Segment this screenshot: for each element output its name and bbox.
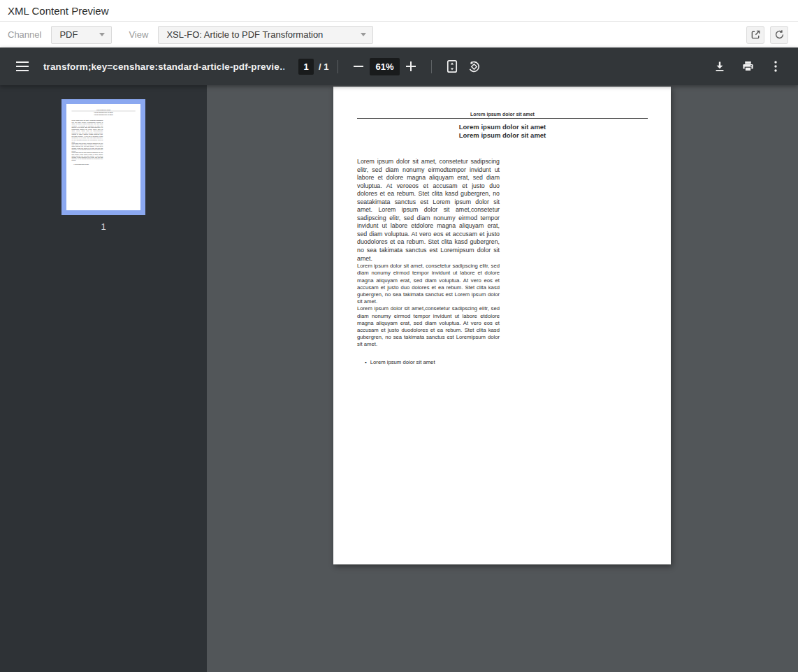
titlebar: XML Content Preview — [0, 0, 798, 22]
download-button[interactable] — [709, 55, 731, 78]
external-link-icon — [750, 29, 761, 40]
doc-paragraph-1: Lorem ipsum dolor sit amet, consetetur s… — [357, 158, 500, 263]
hamburger-menu-icon — [16, 61, 29, 71]
doc-bullet-item: • Lorem ipsum dolor sit amet — [71, 164, 103, 166]
bullet-icon: • — [73, 164, 74, 166]
doc-paragraph-2: Lorem ipsum dolor sit amet, consetetur s… — [71, 143, 103, 152]
more-options-button[interactable] — [764, 55, 787, 78]
rotate-icon — [467, 59, 481, 74]
doc-paragraph-3: Lorem ipsum dolor sit amet,consetetur sa… — [71, 152, 103, 161]
chevron-down-icon — [361, 33, 366, 36]
pdf-toolbar: transform;key=censhare:standard-article-… — [0, 48, 798, 85]
chevron-down-icon — [99, 33, 105, 36]
fit-to-page-icon — [445, 59, 459, 73]
doc-subtitle-1: Lorem ipsum dolor sit amet — [357, 123, 648, 131]
zoom-out-icon — [354, 66, 363, 67]
zoom-in-button[interactable] — [400, 55, 422, 78]
window-title: XML Content Preview — [8, 5, 109, 17]
doc-paragraph-3: Lorem ipsum dolor sit amet,consetetur sa… — [357, 305, 500, 348]
doc-running-header: Lorem ipsum dolor sit amet — [357, 112, 648, 117]
view-select[interactable]: XSL-FO: Article to PDF Transformation — [158, 26, 373, 44]
xml-content-preview-window: XML Content Preview Channel PDF View XSL… — [0, 0, 798, 672]
page-number-input[interactable]: 1 — [298, 59, 314, 75]
print-button[interactable] — [737, 55, 759, 78]
sidebar-toggle-button[interactable] — [11, 55, 34, 78]
doc-subtitle-2: Lorem ipsum dolor sit amet — [71, 114, 135, 116]
page-total-label: / 1 — [319, 61, 328, 72]
zoom-level-display: 61% — [370, 58, 399, 75]
view-label: View — [129, 29, 148, 40]
doc-bullet-text: Lorem ipsum dolor sit amet — [75, 164, 89, 166]
doc-paragraph-1: Lorem ipsum dolor sit amet, consetetur s… — [71, 119, 103, 143]
channel-select[interactable]: PDF — [51, 26, 112, 44]
refresh-button[interactable] — [770, 26, 788, 44]
toolbar-separator — [431, 60, 432, 73]
thumbnail-page-preview: Lorem ipsum dolor sit amet Lorem ipsum d… — [66, 104, 140, 210]
toolbar-separator — [338, 60, 338, 73]
doc-subtitle-2: Lorem ipsum dolor sit amet — [357, 131, 648, 140]
channel-select-value: PDF — [59, 29, 78, 40]
more-vertical-icon — [774, 61, 777, 72]
controlbar: Channel PDF View XSL-FO: Article to PDF … — [0, 22, 798, 48]
rotate-button[interactable] — [463, 55, 486, 78]
view-select-value: XSL-FO: Article to PDF Transformation — [166, 29, 323, 40]
bullet-icon: • — [365, 359, 367, 365]
pdf-content-area: Lorem ipsum dolor sit amet Lorem ipsum d… — [0, 85, 798, 672]
open-external-button[interactable] — [746, 26, 764, 44]
thumbnail-sidebar[interactable]: Lorem ipsum dolor sit amet Lorem ipsum d… — [0, 85, 207, 672]
pdf-filename: transform;key=censhare:standard-article-… — [43, 61, 284, 72]
download-icon — [714, 61, 725, 72]
channel-label: Channel — [8, 29, 41, 40]
print-icon — [742, 61, 754, 72]
doc-paragraph-2: Lorem ipsum dolor sit amet, consetetur s… — [357, 263, 500, 305]
pdf-viewer-canvas[interactable]: Lorem ipsum dolor sit amet Lorem ipsum d… — [207, 85, 798, 672]
doc-bullet-item: • Lorem ipsum dolor sit amet — [357, 359, 500, 365]
pdf-page: Lorem ipsum dolor sit amet Lorem ipsum d… — [333, 87, 671, 564]
zoom-in-icon — [406, 61, 416, 71]
refresh-icon — [774, 29, 785, 40]
fit-to-page-button[interactable] — [441, 55, 463, 78]
zoom-out-button[interactable] — [347, 55, 370, 78]
doc-bullet-text: Lorem ipsum dolor sit amet — [370, 359, 435, 365]
thumbnail-page-number: 1 — [101, 221, 106, 232]
page-thumbnail-selected[interactable]: Lorem ipsum dolor sit amet Lorem ipsum d… — [61, 99, 145, 215]
doc-rule — [357, 118, 648, 119]
